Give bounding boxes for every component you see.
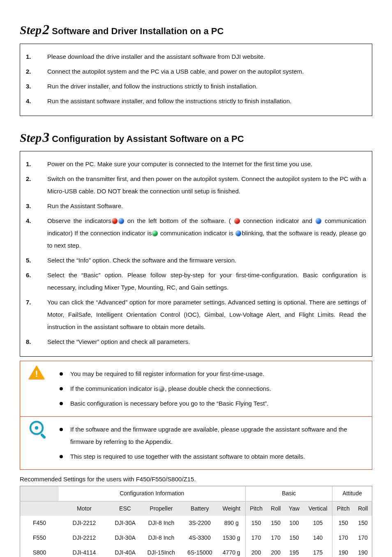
step2-title: Software and Driver Installation on a PC [52, 26, 224, 36]
list-item: 4.Run the assistant software installer, … [26, 95, 366, 107]
item-text: Power on the PC. Make sure your computer… [47, 158, 366, 170]
table-row: F450DJI-2212DJI-30ADJI-8 Inch3S-2200890 … [20, 516, 372, 531]
table-cell: DJI-30A [110, 516, 141, 531]
table-cell: S800 [20, 545, 59, 557]
group-header-attitude: Attitude [332, 486, 372, 501]
column-header: Motor [59, 501, 110, 516]
column-header: Pitch [332, 501, 354, 516]
item-number: 4. [26, 95, 47, 107]
item-text: Connect the autopilot system and the PC … [47, 65, 366, 78]
table-cell: 190 [332, 545, 354, 557]
table-cell: DJI-40A [110, 545, 141, 557]
item-text: Run the Assistant Software. [47, 200, 366, 212]
item-text: Switch on the transmitter first, and the… [47, 173, 366, 197]
list-item: 5.Select the “Info” option. Check the so… [26, 254, 366, 267]
item-text: Observe the indicators on the left botto… [47, 215, 366, 252]
table-cell: 170 [354, 531, 372, 545]
table-cell: 1530 g [218, 531, 245, 545]
table-cell: 4S-3300 [182, 531, 218, 545]
step3-list: 1.Power on the PC. Make sure your comput… [26, 158, 366, 348]
table-cell: 170 [267, 531, 284, 545]
table-cell: 150 [332, 516, 354, 531]
settings-table: Configuration Information Basic Attitude… [20, 486, 372, 557]
item-number: 3. [26, 200, 47, 212]
indicator-dot-blue-icon [316, 218, 321, 224]
table-row: S800DJI-4114DJI-40ADJI-15Inch6S-15000477… [20, 545, 372, 557]
table-cell: DJI-15Inch [141, 545, 182, 557]
list-item: 1.Please download the drive installer an… [26, 51, 366, 63]
table-cell: 100 [285, 516, 304, 531]
list-item: Basic configuration is necessary before … [55, 397, 366, 410]
item-number: 7. [26, 296, 47, 333]
list-item: If the communication indicator is, pleas… [55, 383, 366, 395]
indicator-dot-gray-icon [159, 386, 164, 392]
table-intro: Recommended Settings for the users with … [20, 475, 372, 483]
list-item: 2.Connect the autopilot system and the P… [26, 65, 366, 78]
table-cell: DJI-8 Inch [141, 531, 182, 545]
list-item: This step is required to use together wi… [55, 450, 366, 463]
item-text: Select the “Viewer” option and check all… [47, 336, 366, 348]
item-number: 2. [26, 65, 47, 78]
column-header: Roll [267, 501, 284, 516]
table-cell: 105 [304, 516, 332, 531]
warning-icon [20, 361, 53, 383]
column-header: Yaw [285, 501, 304, 516]
item-number: 6. [26, 269, 47, 294]
table-cell: 190 [354, 545, 372, 557]
table-cell: 150 [285, 531, 304, 545]
table-cell: F450 [20, 516, 59, 531]
table-cell: 6S-15000 [182, 545, 218, 557]
list-item: 8.Select the “Viewer” option and check a… [26, 336, 366, 348]
step2-list: 1.Please download the drive installer an… [26, 51, 366, 107]
indicator-dot-red-icon [112, 218, 118, 224]
info-list: If the software and the firmware upgrade… [55, 423, 366, 463]
column-header: ESC [110, 501, 141, 516]
group-header-basic: Basic [245, 486, 332, 501]
item-number: 5. [26, 254, 47, 267]
list-item: 3.Run the driver installer, and follow t… [26, 80, 366, 93]
step-number: 2 [42, 22, 49, 37]
column-header [20, 501, 59, 516]
list-item: 6.Select the “Basic” option. Please foll… [26, 269, 366, 294]
notes-warning-row: You may be required to fill register inf… [20, 361, 372, 416]
table-cell: 170 [332, 531, 354, 545]
group-header-blank [20, 486, 59, 501]
item-number: 4. [26, 215, 47, 252]
table-cell: 200 [245, 545, 267, 557]
item-number: 1. [26, 51, 47, 63]
info-icon [20, 417, 53, 439]
table-cell: 200 [267, 545, 284, 557]
group-header-config: Configuration Information [59, 486, 245, 501]
table-body: F450DJI-2212DJI-30ADJI-8 Inch3S-2200890 … [20, 516, 372, 557]
list-item: 1.Power on the PC. Make sure your comput… [26, 158, 366, 170]
table-cell: DJI-2212 [59, 531, 110, 545]
list-item: You may be required to fill register inf… [55, 368, 366, 380]
item-text: You can click the “Advanced” option for … [47, 296, 366, 333]
table-cell: 170 [245, 531, 267, 545]
item-text: Select the “Basic” option. Please follow… [47, 269, 366, 294]
step-label: Step [20, 131, 42, 144]
list-item: 3.Run the Assistant Software. [26, 200, 366, 212]
step2-heading: Step2Software and Driver Installation on… [20, 20, 372, 39]
item-number: 3. [26, 80, 47, 93]
column-header: Propeller [141, 501, 182, 516]
column-header: Battery [182, 501, 218, 516]
indicator-dot-red-icon [234, 218, 240, 224]
table-cell: 140 [304, 531, 332, 545]
indicator-dot-blue-icon [235, 230, 241, 236]
item-text: Select the “Info” option. Check the soft… [47, 254, 366, 267]
table-row: F550DJI-2212DJI-30ADJI-8 Inch4S-33001530… [20, 531, 372, 545]
table-cell: F550 [20, 531, 59, 545]
item-number: 1. [26, 158, 47, 170]
item-text: Run the driver installer, and follow the… [47, 80, 366, 93]
column-header: Weight [218, 501, 245, 516]
item-number: 8. [26, 336, 47, 348]
step-number: 3 [42, 130, 49, 145]
column-header: Roll [354, 501, 372, 516]
indicator-dot-green-icon [152, 230, 158, 236]
list-item: If the software and the firmware upgrade… [55, 423, 366, 448]
table-cell: 175 [304, 545, 332, 557]
table-cell: 3S-2200 [182, 516, 218, 531]
item-text: Please download the drive installer and … [47, 51, 366, 63]
table-cell: 890 g [218, 516, 245, 531]
